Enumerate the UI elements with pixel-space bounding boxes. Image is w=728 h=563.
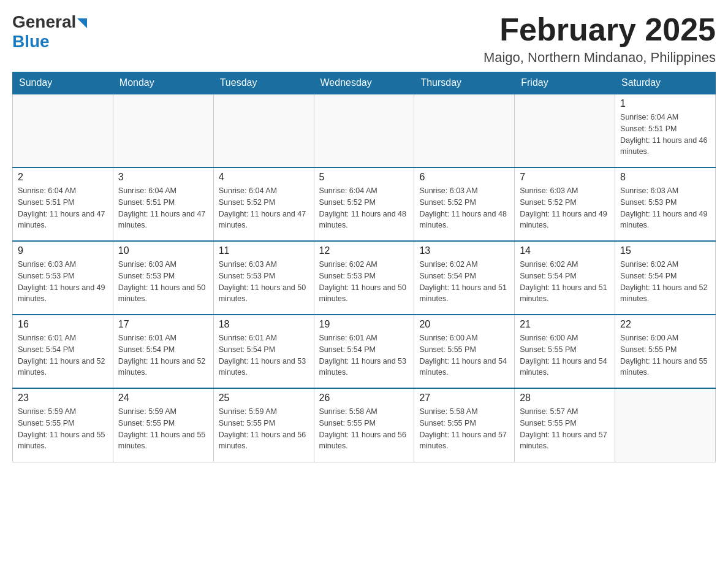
- table-row: 14Sunrise: 6:02 AMSunset: 5:54 PMDayligh…: [515, 241, 615, 315]
- day-info: Sunrise: 6:02 AMSunset: 5:54 PMDaylight:…: [620, 259, 710, 305]
- day-info: Sunrise: 5:59 AMSunset: 5:55 PMDaylight:…: [18, 406, 108, 452]
- table-row: [615, 388, 716, 462]
- day-info: Sunrise: 5:58 AMSunset: 5:55 PMDaylight:…: [319, 406, 409, 452]
- day-info: Sunrise: 6:02 AMSunset: 5:54 PMDaylight:…: [520, 259, 610, 305]
- table-row: [414, 94, 515, 167]
- header-saturday: Saturday: [615, 72, 716, 94]
- logo-general-text: General: [12, 12, 76, 32]
- table-row: [213, 94, 314, 167]
- day-number: 14: [520, 245, 610, 256]
- header-tuesday: Tuesday: [213, 72, 314, 94]
- week-row-2: 2Sunrise: 6:04 AMSunset: 5:51 PMDaylight…: [13, 167, 716, 241]
- day-number: 11: [219, 245, 309, 256]
- table-row: 7Sunrise: 6:03 AMSunset: 5:52 PMDaylight…: [515, 167, 615, 241]
- day-number: 15: [620, 245, 710, 256]
- day-number: 26: [319, 393, 409, 404]
- table-row: [314, 94, 414, 167]
- day-info: Sunrise: 5:59 AMSunset: 5:55 PMDaylight:…: [118, 406, 208, 452]
- weekday-header-row: Sunday Monday Tuesday Wednesday Thursday…: [13, 72, 716, 94]
- calendar-table: Sunday Monday Tuesday Wednesday Thursday…: [12, 72, 716, 462]
- table-row: 19Sunrise: 6:01 AMSunset: 5:54 PMDayligh…: [314, 315, 414, 388]
- day-number: 22: [620, 319, 710, 330]
- day-info: Sunrise: 6:01 AMSunset: 5:54 PMDaylight:…: [319, 332, 409, 378]
- day-number: 7: [520, 172, 610, 183]
- table-row: 8Sunrise: 6:03 AMSunset: 5:53 PMDaylight…: [615, 167, 716, 241]
- table-row: 26Sunrise: 5:58 AMSunset: 5:55 PMDayligh…: [314, 388, 414, 462]
- day-info: Sunrise: 6:00 AMSunset: 5:55 PMDaylight:…: [419, 332, 509, 378]
- day-info: Sunrise: 6:00 AMSunset: 5:55 PMDaylight:…: [520, 332, 610, 378]
- day-info: Sunrise: 6:04 AMSunset: 5:51 PMDaylight:…: [18, 185, 108, 231]
- title-section: February 2025 Maigo, Northern Mindanao, …: [483, 12, 716, 66]
- header-wednesday: Wednesday: [314, 72, 414, 94]
- day-number: 1: [620, 98, 710, 109]
- day-info: Sunrise: 6:02 AMSunset: 5:53 PMDaylight:…: [319, 259, 409, 305]
- header-thursday: Thursday: [414, 72, 515, 94]
- day-number: 6: [419, 172, 509, 183]
- table-row: 17Sunrise: 6:01 AMSunset: 5:54 PMDayligh…: [113, 315, 213, 388]
- day-number: 24: [118, 393, 208, 404]
- table-row: 12Sunrise: 6:02 AMSunset: 5:53 PMDayligh…: [314, 241, 414, 315]
- logo: General Blue: [12, 12, 87, 52]
- table-row: 5Sunrise: 6:04 AMSunset: 5:52 PMDaylight…: [314, 167, 414, 241]
- day-info: Sunrise: 5:58 AMSunset: 5:55 PMDaylight:…: [419, 406, 509, 452]
- day-number: 13: [419, 245, 509, 256]
- day-number: 17: [118, 319, 208, 330]
- table-row: 6Sunrise: 6:03 AMSunset: 5:52 PMDaylight…: [414, 167, 515, 241]
- day-number: 18: [219, 319, 309, 330]
- day-number: 12: [319, 245, 409, 256]
- location-text: Maigo, Northern Mindanao, Philippines: [483, 50, 716, 66]
- table-row: 28Sunrise: 5:57 AMSunset: 5:55 PMDayligh…: [515, 388, 615, 462]
- day-info: Sunrise: 6:03 AMSunset: 5:52 PMDaylight:…: [520, 185, 610, 231]
- day-info: Sunrise: 6:04 AMSunset: 5:52 PMDaylight:…: [219, 185, 309, 231]
- header-sunday: Sunday: [13, 72, 113, 94]
- table-row: 24Sunrise: 5:59 AMSunset: 5:55 PMDayligh…: [113, 388, 213, 462]
- day-info: Sunrise: 6:03 AMSunset: 5:52 PMDaylight:…: [419, 185, 509, 231]
- day-number: 27: [419, 393, 509, 404]
- day-number: 28: [520, 393, 610, 404]
- table-row: 22Sunrise: 6:00 AMSunset: 5:55 PMDayligh…: [615, 315, 716, 388]
- table-row: 13Sunrise: 6:02 AMSunset: 5:54 PMDayligh…: [414, 241, 515, 315]
- table-row: 23Sunrise: 5:59 AMSunset: 5:55 PMDayligh…: [13, 388, 113, 462]
- header-friday: Friday: [515, 72, 615, 94]
- table-row: 20Sunrise: 6:00 AMSunset: 5:55 PMDayligh…: [414, 315, 515, 388]
- table-row: 16Sunrise: 6:01 AMSunset: 5:54 PMDayligh…: [13, 315, 113, 388]
- day-info: Sunrise: 5:57 AMSunset: 5:55 PMDaylight:…: [520, 406, 610, 452]
- day-info: Sunrise: 6:04 AMSunset: 5:51 PMDaylight:…: [118, 185, 208, 231]
- table-row: 9Sunrise: 6:03 AMSunset: 5:53 PMDaylight…: [13, 241, 113, 315]
- day-number: 25: [219, 393, 309, 404]
- table-row: 2Sunrise: 6:04 AMSunset: 5:51 PMDaylight…: [13, 167, 113, 241]
- day-number: 10: [118, 245, 208, 256]
- day-number: 8: [620, 172, 710, 183]
- week-row-4: 16Sunrise: 6:01 AMSunset: 5:54 PMDayligh…: [13, 315, 716, 388]
- day-number: 3: [118, 172, 208, 183]
- day-number: 20: [419, 319, 509, 330]
- day-info: Sunrise: 6:03 AMSunset: 5:53 PMDaylight:…: [118, 259, 208, 305]
- table-row: 18Sunrise: 6:01 AMSunset: 5:54 PMDayligh…: [213, 315, 314, 388]
- day-number: 5: [319, 172, 409, 183]
- day-info: Sunrise: 6:01 AMSunset: 5:54 PMDaylight:…: [118, 332, 208, 378]
- day-info: Sunrise: 6:00 AMSunset: 5:55 PMDaylight:…: [620, 332, 710, 378]
- table-row: 15Sunrise: 6:02 AMSunset: 5:54 PMDayligh…: [615, 241, 716, 315]
- day-number: 2: [18, 172, 108, 183]
- week-row-3: 9Sunrise: 6:03 AMSunset: 5:53 PMDaylight…: [13, 241, 716, 315]
- day-number: 16: [18, 319, 108, 330]
- day-info: Sunrise: 6:03 AMSunset: 5:53 PMDaylight:…: [620, 185, 710, 231]
- table-row: 27Sunrise: 5:58 AMSunset: 5:55 PMDayligh…: [414, 388, 515, 462]
- day-number: 19: [319, 319, 409, 330]
- week-row-5: 23Sunrise: 5:59 AMSunset: 5:55 PMDayligh…: [13, 388, 716, 462]
- table-row: [13, 94, 113, 167]
- day-info: Sunrise: 6:04 AMSunset: 5:51 PMDaylight:…: [620, 112, 710, 158]
- month-title: February 2025: [483, 12, 716, 47]
- table-row: 21Sunrise: 6:00 AMSunset: 5:55 PMDayligh…: [515, 315, 615, 388]
- day-info: Sunrise: 6:03 AMSunset: 5:53 PMDaylight:…: [18, 259, 108, 305]
- table-row: 11Sunrise: 6:03 AMSunset: 5:53 PMDayligh…: [213, 241, 314, 315]
- day-info: Sunrise: 6:03 AMSunset: 5:53 PMDaylight:…: [219, 259, 309, 305]
- day-info: Sunrise: 6:02 AMSunset: 5:54 PMDaylight:…: [419, 259, 509, 305]
- table-row: 25Sunrise: 5:59 AMSunset: 5:55 PMDayligh…: [213, 388, 314, 462]
- day-number: 9: [18, 245, 108, 256]
- day-info: Sunrise: 5:59 AMSunset: 5:55 PMDaylight:…: [219, 406, 309, 452]
- logo-blue-text: Blue: [12, 32, 50, 52]
- page-header: General Blue February 2025 Maigo, Northe…: [12, 12, 716, 66]
- table-row: [515, 94, 615, 167]
- day-number: 4: [219, 172, 309, 183]
